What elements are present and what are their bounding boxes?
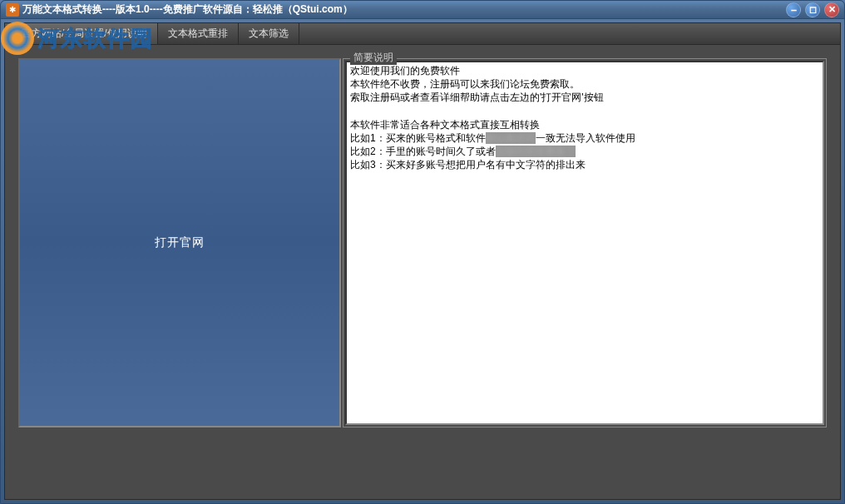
description-groupbox: 简要说明 欢迎使用我们的免费软件 本软件绝不收费，注册码可以来我们论坛免费索取。… <box>343 58 827 427</box>
open-website-label: 打开官网 <box>155 235 205 250</box>
description-legend: 简要说明 <box>350 51 397 65</box>
description-textarea[interactable]: 欢迎使用我们的免费软件 本软件绝不收费，注册码可以来我们论坛免费索取。 索取注册… <box>345 61 824 425</box>
left-panel: 打开官网 <box>18 58 341 427</box>
menu-item-website-settings-help[interactable]: 官方网站/全局设置/使用说明 <box>12 23 158 44</box>
close-button[interactable]: ✕ <box>824 2 839 17</box>
menubar: 官方网站/全局设置/使用说明 文本格式重排 文本筛选 <box>5 23 840 45</box>
maximize-button[interactable]: ◻ <box>805 2 820 17</box>
app-icon: ✱ <box>6 3 19 17</box>
application-window: ✱ 万能文本格式转换----版本1.0----免费推广软件源自：轻松推（QStu… <box>0 0 845 504</box>
menu-item-text-reformat[interactable]: 文本格式重排 <box>158 23 239 44</box>
bottom-spacer <box>5 441 840 499</box>
window-controls: ‒ ◻ ✕ <box>786 2 839 17</box>
open-website-button[interactable]: 打开官网 <box>18 58 341 427</box>
client-area: 河东软件园 官方网站/全局设置/使用说明 文本格式重排 文本筛选 打开官网 简要… <box>4 22 841 500</box>
content-area: 打开官网 简要说明 欢迎使用我们的免费软件 本软件绝不收费，注册码可以来我们论坛… <box>5 45 840 441</box>
right-panel: 简要说明 欢迎使用我们的免费软件 本软件绝不收费，注册码可以来我们论坛免费索取。… <box>343 58 827 427</box>
titlebar[interactable]: ✱ 万能文本格式转换----版本1.0----免费推广软件源自：轻松推（QStu… <box>1 1 844 19</box>
window-title: 万能文本格式转换----版本1.0----免费推广软件源自：轻松推（QStui.… <box>22 2 786 17</box>
menu-item-text-filter[interactable]: 文本筛选 <box>239 23 299 44</box>
minimize-button[interactable]: ‒ <box>786 2 801 17</box>
